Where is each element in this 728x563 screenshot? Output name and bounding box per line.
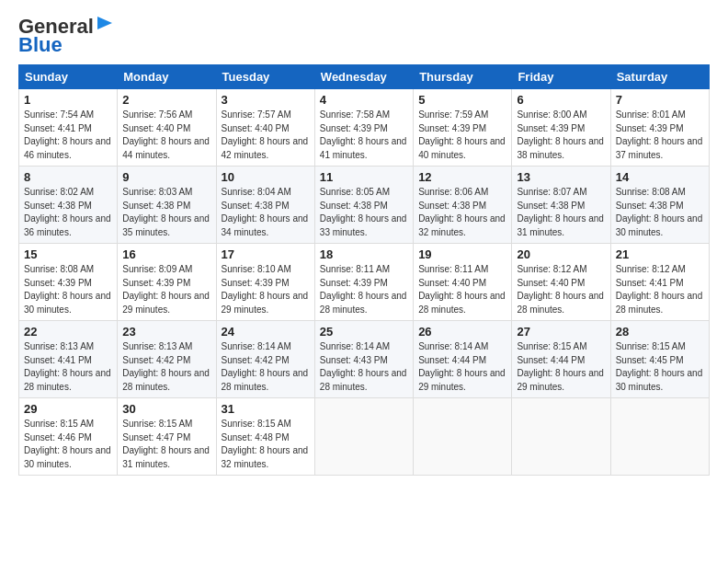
- calendar-cell: 13 Sunrise: 8:07 AMSunset: 4:38 PMDaylig…: [512, 167, 610, 244]
- calendar-week-1: 1 Sunrise: 7:54 AMSunset: 4:41 PMDayligh…: [19, 89, 710, 167]
- day-info: Sunrise: 8:02 AMSunset: 4:38 PMDaylight:…: [24, 186, 112, 239]
- logo-arrow-icon: [96, 13, 116, 33]
- day-number: 8: [24, 170, 112, 184]
- day-number: 9: [122, 170, 210, 184]
- day-info: Sunrise: 8:05 AMSunset: 4:38 PMDaylight:…: [320, 186, 408, 239]
- calendar-cell: [610, 398, 709, 476]
- day-number: 2: [122, 93, 210, 107]
- col-header-monday: Monday: [118, 65, 216, 89]
- calendar-cell: 28 Sunrise: 8:15 AMSunset: 4:45 PMDaylig…: [610, 321, 709, 398]
- calendar-cell: 3 Sunrise: 7:57 AMSunset: 4:40 PMDayligh…: [216, 89, 314, 167]
- calendar-cell: 1 Sunrise: 7:54 AMSunset: 4:41 PMDayligh…: [19, 89, 118, 167]
- day-info: Sunrise: 8:12 AMSunset: 4:41 PMDaylight:…: [616, 263, 704, 316]
- day-number: 1: [24, 93, 112, 107]
- calendar-table: SundayMondayTuesdayWednesdayThursdayFrid…: [18, 64, 710, 476]
- day-info: Sunrise: 8:14 AMSunset: 4:43 PMDaylight:…: [320, 340, 408, 394]
- calendar-cell: 23 Sunrise: 8:13 AMSunset: 4:42 PMDaylig…: [118, 321, 216, 398]
- calendar-cell: 9 Sunrise: 8:03 AMSunset: 4:38 PMDayligh…: [118, 167, 216, 244]
- calendar-cell: [414, 398, 512, 476]
- calendar-cell: 27 Sunrise: 8:15 AMSunset: 4:44 PMDaylig…: [512, 321, 610, 398]
- day-info: Sunrise: 8:01 AMSunset: 4:39 PMDaylight:…: [616, 109, 704, 162]
- day-number: 16: [122, 247, 210, 261]
- calendar-cell: 12 Sunrise: 8:06 AMSunset: 4:38 PMDaylig…: [414, 167, 512, 244]
- col-header-friday: Friday: [512, 65, 610, 89]
- day-info: Sunrise: 8:15 AMSunset: 4:45 PMDaylight:…: [616, 340, 704, 394]
- day-info: Sunrise: 7:54 AMSunset: 4:41 PMDaylight:…: [24, 109, 112, 162]
- svg-marker-0: [97, 17, 112, 29]
- calendar-cell: 21 Sunrise: 8:12 AMSunset: 4:41 PMDaylig…: [610, 244, 709, 321]
- day-number: 13: [517, 170, 605, 184]
- day-number: 5: [418, 93, 506, 107]
- day-number: 22: [24, 325, 112, 339]
- day-number: 17: [222, 247, 310, 261]
- calendar-cell: 25 Sunrise: 8:14 AMSunset: 4:43 PMDaylig…: [314, 321, 413, 398]
- day-number: 10: [222, 170, 310, 184]
- day-number: 26: [418, 325, 506, 339]
- day-number: 3: [222, 93, 310, 107]
- calendar-cell: 31 Sunrise: 8:15 AMSunset: 4:48 PMDaylig…: [216, 398, 314, 476]
- calendar-cell: 17 Sunrise: 8:10 AMSunset: 4:39 PMDaylig…: [216, 244, 314, 321]
- day-info: Sunrise: 8:13 AMSunset: 4:41 PMDaylight:…: [24, 340, 112, 394]
- calendar-cell: 19 Sunrise: 8:11 AMSunset: 4:40 PMDaylig…: [414, 244, 512, 321]
- day-number: 28: [616, 325, 704, 339]
- day-info: Sunrise: 7:59 AMSunset: 4:39 PMDaylight:…: [418, 109, 506, 162]
- day-number: 21: [616, 247, 704, 261]
- calendar-cell: 26 Sunrise: 8:14 AMSunset: 4:44 PMDaylig…: [414, 321, 512, 398]
- calendar-cell: 15 Sunrise: 8:08 AMSunset: 4:39 PMDaylig…: [19, 244, 118, 321]
- calendar-cell: 4 Sunrise: 7:58 AMSunset: 4:39 PMDayligh…: [314, 89, 413, 167]
- calendar-cell: [512, 398, 610, 476]
- day-number: 12: [418, 170, 506, 184]
- calendar-week-2: 8 Sunrise: 8:02 AMSunset: 4:38 PMDayligh…: [19, 167, 710, 244]
- day-number: 4: [320, 93, 408, 107]
- col-header-sunday: Sunday: [19, 65, 118, 89]
- day-info: Sunrise: 7:56 AMSunset: 4:40 PMDaylight:…: [122, 109, 210, 162]
- calendar-cell: 29 Sunrise: 8:15 AMSunset: 4:46 PMDaylig…: [19, 398, 118, 476]
- calendar-cell: 14 Sunrise: 8:08 AMSunset: 4:38 PMDaylig…: [610, 167, 709, 244]
- day-info: Sunrise: 8:14 AMSunset: 4:44 PMDaylight:…: [418, 340, 506, 394]
- day-number: 15: [24, 247, 112, 261]
- header: General Blue: [18, 15, 710, 57]
- logo: General Blue: [18, 15, 116, 57]
- day-info: Sunrise: 8:09 AMSunset: 4:39 PMDaylight:…: [122, 263, 210, 316]
- col-header-tuesday: Tuesday: [216, 65, 314, 89]
- calendar-week-3: 15 Sunrise: 8:08 AMSunset: 4:39 PMDaylig…: [19, 244, 710, 321]
- day-number: 6: [517, 93, 605, 107]
- col-header-saturday: Saturday: [610, 65, 709, 89]
- calendar-cell: 2 Sunrise: 7:56 AMSunset: 4:40 PMDayligh…: [118, 89, 216, 167]
- calendar-cell: 16 Sunrise: 8:09 AMSunset: 4:39 PMDaylig…: [118, 244, 216, 321]
- day-number: 31: [222, 402, 310, 416]
- calendar-header-row: SundayMondayTuesdayWednesdayThursdayFrid…: [19, 65, 710, 89]
- calendar-cell: 6 Sunrise: 8:00 AMSunset: 4:39 PMDayligh…: [512, 89, 610, 167]
- day-info: Sunrise: 8:14 AMSunset: 4:42 PMDaylight:…: [222, 340, 310, 394]
- day-info: Sunrise: 8:15 AMSunset: 4:47 PMDaylight:…: [122, 418, 210, 471]
- calendar-cell: 20 Sunrise: 8:12 AMSunset: 4:40 PMDaylig…: [512, 244, 610, 321]
- col-header-wednesday: Wednesday: [314, 65, 413, 89]
- day-info: Sunrise: 8:13 AMSunset: 4:42 PMDaylight:…: [122, 340, 210, 394]
- day-info: Sunrise: 8:00 AMSunset: 4:39 PMDaylight:…: [517, 109, 605, 162]
- calendar-cell: 7 Sunrise: 8:01 AMSunset: 4:39 PMDayligh…: [610, 89, 709, 167]
- day-number: 24: [222, 325, 310, 339]
- day-info: Sunrise: 8:11 AMSunset: 4:40 PMDaylight:…: [418, 263, 506, 316]
- day-info: Sunrise: 7:58 AMSunset: 4:39 PMDaylight:…: [320, 109, 408, 162]
- calendar-cell: 8 Sunrise: 8:02 AMSunset: 4:38 PMDayligh…: [19, 167, 118, 244]
- day-number: 11: [320, 170, 408, 184]
- day-number: 20: [517, 247, 605, 261]
- day-info: Sunrise: 8:08 AMSunset: 4:38 PMDaylight:…: [616, 186, 704, 239]
- day-number: 23: [122, 325, 210, 339]
- day-info: Sunrise: 8:08 AMSunset: 4:39 PMDaylight:…: [24, 263, 112, 316]
- day-info: Sunrise: 8:15 AMSunset: 4:48 PMDaylight:…: [222, 418, 310, 471]
- day-info: Sunrise: 8:06 AMSunset: 4:38 PMDaylight:…: [418, 186, 506, 239]
- day-info: Sunrise: 7:57 AMSunset: 4:40 PMDaylight:…: [222, 109, 310, 162]
- day-number: 18: [320, 247, 408, 261]
- calendar-cell: 22 Sunrise: 8:13 AMSunset: 4:41 PMDaylig…: [19, 321, 118, 398]
- day-info: Sunrise: 8:15 AMSunset: 4:46 PMDaylight:…: [24, 418, 112, 471]
- calendar-cell: 10 Sunrise: 8:04 AMSunset: 4:38 PMDaylig…: [216, 167, 314, 244]
- day-number: 30: [122, 402, 210, 416]
- calendar-cell: 18 Sunrise: 8:11 AMSunset: 4:39 PMDaylig…: [314, 244, 413, 321]
- day-info: Sunrise: 8:03 AMSunset: 4:38 PMDaylight:…: [122, 186, 210, 239]
- day-number: 14: [616, 170, 704, 184]
- day-info: Sunrise: 8:04 AMSunset: 4:38 PMDaylight:…: [222, 186, 310, 239]
- calendar-week-4: 22 Sunrise: 8:13 AMSunset: 4:41 PMDaylig…: [19, 321, 710, 398]
- day-info: Sunrise: 8:10 AMSunset: 4:39 PMDaylight:…: [222, 263, 310, 316]
- col-header-thursday: Thursday: [414, 65, 512, 89]
